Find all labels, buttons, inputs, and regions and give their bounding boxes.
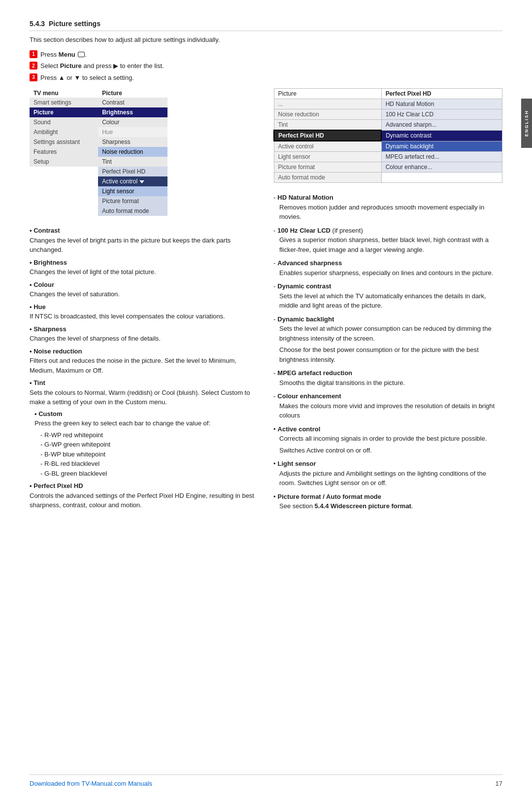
left-table-cell: Sound <box>30 117 98 127</box>
dash-title: HD Natural Motion <box>277 193 333 203</box>
step-num-3: 3 <box>30 73 37 81</box>
left-table-cell: Active control <box>98 176 167 186</box>
dash-text: Corrects all incoming signals in order t… <box>279 434 502 444</box>
right-table-cell: Active control <box>274 141 381 152</box>
left-bullet-list: • ContrastChanges the level of bright pa… <box>30 226 259 510</box>
list-item: • TintSets the colours to Normal, Warm (… <box>30 378 259 478</box>
sub-bullet-title: • Custom <box>34 410 63 418</box>
dash-text-2: Switches Active control on or off. <box>279 446 502 455</box>
dash-title: Colour enhancement <box>277 391 341 401</box>
dash-char: - <box>273 226 275 236</box>
side-tab-label: ENGLISH <box>524 110 529 137</box>
left-table-cell: Colour <box>98 117 167 127</box>
dash-bold-text: 5.4.4 Widescreen picture format <box>315 502 411 510</box>
left-menu-table-wrapper: TV menu Picture Smart settingsContrastPi… <box>30 88 259 216</box>
col-left: TV menu Picture Smart settingsContrastPi… <box>30 88 259 515</box>
right-table-cell: HD Natural Motion <box>381 99 502 109</box>
list-item: • SharpnessChanges the level of sharpnes… <box>30 324 259 344</box>
list-item: •Picture format / Auto format modeSee se… <box>273 492 502 511</box>
list-item: R-WP red whitepoint <box>40 430 259 440</box>
left-table-cell: Picture format <box>98 196 167 206</box>
step-3: 3 Press ▲ or ▼ to select a setting. <box>30 73 502 83</box>
dash-title: Active control <box>278 424 321 434</box>
left-table-cell: Sharpness <box>98 137 167 147</box>
bullet-title: • Colour <box>30 281 54 288</box>
dash-title: Dynamic contrast <box>277 281 331 291</box>
section-heading: 5.4.3 Picture settings <box>30 20 502 31</box>
bullet-text: Filters out and reduces the noise in the… <box>30 356 259 375</box>
dash-item-header: •Picture format / Auto format mode <box>273 492 502 502</box>
dash-text-2: Choose for the best power consumption or… <box>279 345 502 364</box>
list-item: • BrightnessChanges the level of light o… <box>30 258 259 277</box>
right-table-cell: ... <box>274 99 381 109</box>
left-table-cell: Auto format mode <box>98 206 167 216</box>
right-table-cell: MPEG artefact red... <box>381 152 502 162</box>
right-table-cell: Advanced sharpn... <box>381 120 502 131</box>
sub-item-list: R-WP red whitepointG-WP green whitepoint… <box>34 430 259 479</box>
left-table-cell: Hue <box>98 127 167 137</box>
left-table-cell: Perfect Pixel HD <box>98 167 167 176</box>
step-1-text: Press Menu . <box>40 50 87 60</box>
left-menu-table: TV menu Picture Smart settingsContrastPi… <box>30 88 167 216</box>
bullet-title: • Contrast <box>30 227 60 234</box>
dash-title: Advanced sharpness <box>277 258 342 268</box>
footer-link[interactable]: Downloaded from TV-Manual.com Manuals <box>30 780 152 787</box>
dash-text: Enables superior sharpness, especially o… <box>279 268 502 278</box>
step-2-bold: Picture <box>60 62 82 70</box>
dash-text: Sets the level at which power consumptio… <box>279 324 502 343</box>
page-container: ENGLISH 5.4.3 Picture settings This sect… <box>0 0 532 802</box>
right-table-cell: Dynamic contrast <box>381 130 502 141</box>
dash-text: Sets the level at which the TV automatic… <box>279 291 502 311</box>
right-table-cell: Picture format <box>274 162 381 173</box>
list-item: •Light sensorAdjusts the picture and Amb… <box>273 459 502 488</box>
dash-item-header: -MPEG artefact reduction <box>273 368 502 378</box>
dash-text: Removes motion judder and reproduces smo… <box>279 203 502 222</box>
bullet-title: • Sharpness <box>30 325 66 333</box>
right-menu-table-wrapper: PicturePerfect Pixel HD...HD Natural Mot… <box>273 88 502 183</box>
dash-title: Picture format / Auto format mode <box>278 492 381 502</box>
dash-item-header: -Colour enhancement <box>273 391 502 401</box>
step-1: 1 Press Menu . <box>30 50 502 60</box>
col-right: PicturePerfect Pixel HD...HD Natural Mot… <box>273 88 502 515</box>
steps: 1 Press Menu . 2 Select Picture and pres… <box>30 50 502 83</box>
dash-item-header: •Light sensor <box>273 459 502 469</box>
list-item: G-WP green whitepoint <box>40 440 259 450</box>
left-table-cell: Brightness <box>98 107 167 117</box>
left-table-cell: Tint <box>98 157 167 167</box>
left-table-cell <box>30 176 98 186</box>
dash-char: - <box>273 314 275 324</box>
right-menu-table: PicturePerfect Pixel HD...HD Natural Mot… <box>273 88 502 183</box>
step-1-bold: Menu <box>59 51 75 58</box>
dash-char: - <box>273 193 275 203</box>
list-item: • Perfect Pixel HDControls the advanced … <box>30 481 259 510</box>
dash-title: 100 Hz Clear LCD (if present) <box>277 226 363 236</box>
dash-char: • <box>273 424 276 434</box>
dash-char: • <box>273 459 276 469</box>
section-number: 5.4.3 <box>30 20 45 28</box>
dash-char: - <box>273 258 275 268</box>
step-2-text: Select Picture and press ▶ to enter the … <box>40 61 164 71</box>
list-item: -Dynamic backlightSets the level at whic… <box>273 314 502 365</box>
bullet-text: Sets the colours to Normal, Warm (reddis… <box>30 388 259 407</box>
bullet-title: • Hue <box>30 303 46 311</box>
sub-bullet-text: Press the green key to select each bar t… <box>34 418 259 428</box>
step-3-text: Press ▲ or ▼ to select a setting. <box>40 73 134 83</box>
right-table-cell: Colour enhance... <box>381 162 502 173</box>
dash-text: Adjusts the picture and Ambilight settin… <box>279 469 502 488</box>
section-title: Picture settings <box>49 20 100 28</box>
left-table-col2-header: Picture <box>98 88 167 98</box>
left-table-cell <box>30 186 98 196</box>
right-dash-list: -HD Natural MotionRemoves motion judder … <box>273 193 502 511</box>
left-table-cell <box>30 196 98 206</box>
bullet-title: • Perfect Pixel HD <box>30 482 83 489</box>
dash-char: • <box>273 492 276 502</box>
list-item: B-WP blue whitepoint <box>40 450 259 459</box>
step-2: 2 Select Picture and press ▶ to enter th… <box>30 61 502 71</box>
dash-item-header: -HD Natural Motion <box>273 193 502 203</box>
dash-text: Gives a superior motion sharpness, bette… <box>279 235 502 254</box>
dash-title-suffix: (if present) <box>331 227 363 234</box>
dash-item-header: -Dynamic contrast <box>273 281 502 291</box>
list-item: • Noise reductionFilters out and reduces… <box>30 347 259 376</box>
bullet-title: • Noise reduction <box>30 348 82 355</box>
list-item: • ContrastChanges the level of bright pa… <box>30 226 259 255</box>
